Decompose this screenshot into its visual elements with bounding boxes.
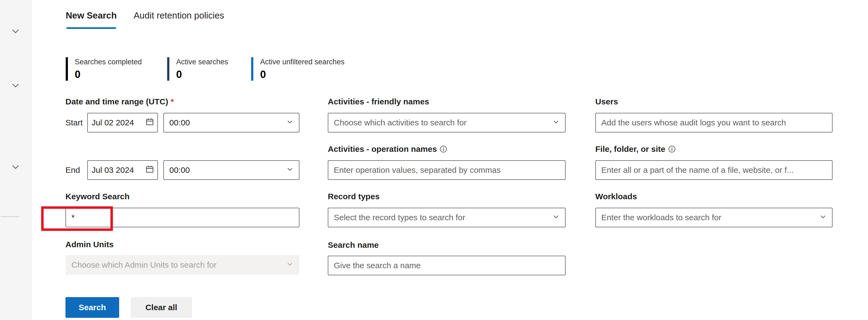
info-icon[interactable]	[668, 145, 676, 153]
activities-friendly-label: Activities - friendly names	[328, 97, 429, 106]
label-text: Date and time range (UTC)	[65, 97, 168, 106]
start-time-value: 00:00	[169, 118, 190, 127]
record-types-placeholder: Select the record types to search for	[334, 213, 465, 222]
users-input[interactable]	[595, 113, 833, 132]
users-label: Users	[595, 97, 618, 106]
file-folder-site-input[interactable]	[595, 160, 833, 180]
admin-units-label: Admin Units	[65, 240, 114, 249]
form-actions: Search Clear all	[65, 297, 192, 318]
activities-operation-input[interactable]	[328, 160, 565, 180]
record-types-dropdown[interactable]: Select the record types to search for	[328, 208, 565, 227]
calendar-icon[interactable]	[145, 118, 154, 128]
record-types-label: Record types	[328, 192, 380, 201]
form-column-3: Users File, folder, or site Workloads En…	[595, 0, 833, 320]
chevron-down-icon	[552, 118, 560, 128]
admin-units-placeholder: Choose which Admin Units to search for	[71, 260, 217, 269]
search-button[interactable]: Search	[65, 297, 119, 318]
end-time-dropdown[interactable]: 00:00	[163, 160, 300, 180]
activities-operation-label: Activities - operation names	[328, 145, 447, 154]
start-date-input[interactable]: Jul 02 2024	[87, 113, 158, 132]
chevron-down-icon	[819, 213, 827, 223]
calendar-icon[interactable]	[145, 165, 154, 175]
sidebar-divider	[1, 217, 19, 217]
activities-friendly-placeholder: Choose which activities to search for	[334, 118, 467, 127]
workloads-dropdown[interactable]: Enter the workloads to search for	[595, 208, 833, 227]
left-sidebar	[0, 0, 32, 320]
chevron-down-icon	[552, 213, 560, 223]
info-icon[interactable]	[440, 145, 447, 153]
start-time-dropdown[interactable]: 00:00	[163, 113, 300, 132]
chevron-down-icon	[286, 165, 294, 175]
required-asterisk: *	[171, 97, 174, 106]
date-range-label: Date and time range (UTC)*	[65, 97, 174, 106]
activities-friendly-dropdown[interactable]: Choose which activities to search for	[328, 113, 565, 132]
chevron-down-icon[interactable]	[10, 26, 21, 36]
workloads-placeholder: Enter the workloads to search for	[601, 213, 721, 222]
end-label: End	[65, 160, 80, 180]
end-time-value: 00:00	[169, 165, 190, 175]
file-folder-site-label: File, folder, or site	[595, 145, 676, 154]
audit-new-search-page: New Search Audit retention policies Sear…	[0, 0, 868, 320]
chevron-down-icon[interactable]	[10, 81, 21, 91]
search-name-label: Search name	[328, 241, 379, 250]
chevron-down-icon	[286, 260, 294, 270]
start-datetime-row: Start Jul 02 2024 00:00	[65, 113, 300, 132]
admin-units-dropdown: Choose which Admin Units to search for	[65, 255, 300, 275]
clear-all-button[interactable]: Clear all	[131, 297, 192, 318]
workloads-label: Workloads	[595, 192, 637, 201]
end-datetime-row: End Jul 03 2024 00:00	[65, 160, 300, 180]
chevron-down-icon[interactable]	[10, 162, 21, 172]
label-text: Activities - operation names	[328, 145, 437, 154]
chevron-down-icon	[286, 118, 294, 128]
keyword-search-input[interactable]	[65, 208, 300, 227]
end-date-value: Jul 03 2024	[92, 165, 134, 175]
start-date-value: Jul 02 2024	[92, 118, 134, 127]
form-column-1: Date and time range (UTC)* Start Jul 02 …	[65, 0, 300, 320]
form-column-2: Activities - friendly names Choose which…	[328, 0, 565, 320]
start-label: Start	[65, 113, 83, 132]
keyword-search-label: Keyword Search	[65, 192, 129, 201]
label-text: File, folder, or site	[595, 145, 665, 154]
end-date-input[interactable]: Jul 03 2024	[87, 160, 158, 180]
search-name-input[interactable]	[328, 256, 565, 275]
